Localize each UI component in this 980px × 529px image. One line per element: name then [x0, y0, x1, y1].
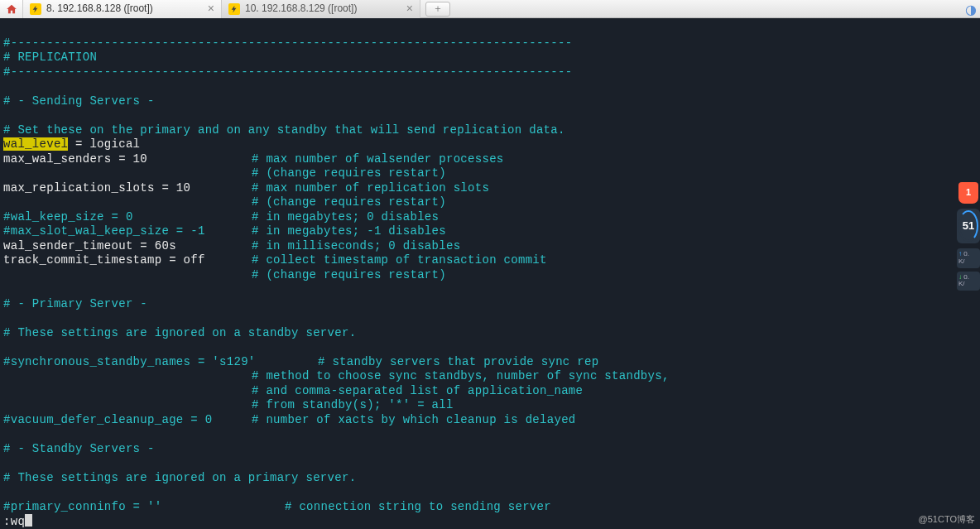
- blank-line: [3, 282, 11, 296]
- config-line: # Set these on the primary and on any st…: [3, 123, 565, 137]
- blank-line: [3, 340, 11, 353]
- watermark-text: @51CTO博客: [919, 514, 975, 526]
- close-icon[interactable]: ×: [208, 2, 214, 17]
- config-line: # and comma-separated list of applicatio…: [3, 384, 583, 397]
- lightning-icon: [228, 3, 240, 15]
- network-download-stat: ↓ 0.K/: [957, 272, 980, 291]
- performance-gauge[interactable]: 51: [957, 209, 980, 243]
- close-icon[interactable]: ×: [406, 2, 413, 17]
- tab-label: 10. 192.168.8.129 ([root]): [245, 2, 357, 15]
- home-button[interactable]: [0, 0, 23, 18]
- config-line: # (change requires restart): [3, 195, 446, 209]
- home-icon: [6, 3, 17, 15]
- config-line: track_commit_timestamp = off# collect ti…: [3, 253, 547, 267]
- config-line: # These settings are ignored on a primar…: [3, 471, 356, 484]
- blank-line: [3, 456, 11, 469]
- config-line: # method to choose sync standbys, number…: [3, 369, 670, 382]
- config-line: # - Primary Server -: [3, 297, 147, 310]
- terminal-output[interactable]: #---------------------------------------…: [0, 18, 980, 529]
- tab-session-1[interactable]: 8. 192.168.8.128 ([root]) ×: [23, 0, 222, 18]
- config-line: max_wal_senders = 10# max number of wals…: [3, 152, 504, 166]
- config-line: # (change requires restart): [3, 268, 446, 281]
- config-line: # These settings are ignored on a standb…: [3, 326, 356, 339]
- config-line: #---------------------------------------…: [3, 65, 572, 79]
- vim-command-line[interactable]: :wq: [3, 515, 32, 528]
- new-tab-button[interactable]: ＋: [425, 2, 450, 17]
- config-line: wal_sender_timeout = 60s# in millisecond…: [3, 239, 460, 252]
- blank-line: [3, 108, 11, 122]
- blank-line: [3, 427, 11, 440]
- config-line: #wal_keep_size = 0# in megabytes; 0 disa…: [3, 210, 439, 224]
- config-line: #synchronous_standby_names = 's129'# sta…: [3, 355, 598, 368]
- network-upload-stat: ↑ 0.K/: [957, 248, 980, 268]
- lightning-icon: [30, 3, 41, 15]
- system-monitor-widget: 1 51 ↑ 0.K/ ↓ 0.K/: [957, 182, 980, 294]
- cursor: [25, 514, 32, 527]
- config-line: # (change requires restart): [3, 166, 446, 180]
- config-line: # REPLICATION: [3, 50, 97, 64]
- config-line: #primary_conninfo = ''# connection strin…: [3, 500, 551, 513]
- config-line: wal_level = logical: [3, 137, 140, 151]
- tab-session-2[interactable]: 10. 192.168.8.129 ([root]) ×: [222, 0, 420, 18]
- config-line: # from standby(s); '*' = all: [3, 398, 454, 411]
- config-line: # - Sending Servers -: [3, 94, 155, 108]
- tab-bar: 8. 192.168.8.128 ([root]) × 10. 192.168.…: [0, 0, 980, 18]
- blank-line: [3, 79, 11, 93]
- blank-line: [3, 311, 11, 325]
- blank-line: [3, 485, 11, 498]
- config-line: #vacuum_defer_cleanup_age = 0# number of…: [3, 413, 576, 426]
- config-line: #max_slot_wal_keep_size = -1# in megabyt…: [3, 224, 446, 238]
- app-icon: ◑: [965, 2, 977, 18]
- config-line: # - Standby Servers -: [3, 442, 155, 455]
- highlighted-key: wal_level: [3, 137, 68, 151]
- tab-label: 8. 192.168.8.128 ([root]): [46, 2, 153, 15]
- config-line: max_replication_slots = 10# max number o…: [3, 181, 489, 195]
- config-line: #---------------------------------------…: [3, 36, 572, 50]
- security-shield-badge[interactable]: 1: [958, 182, 978, 204]
